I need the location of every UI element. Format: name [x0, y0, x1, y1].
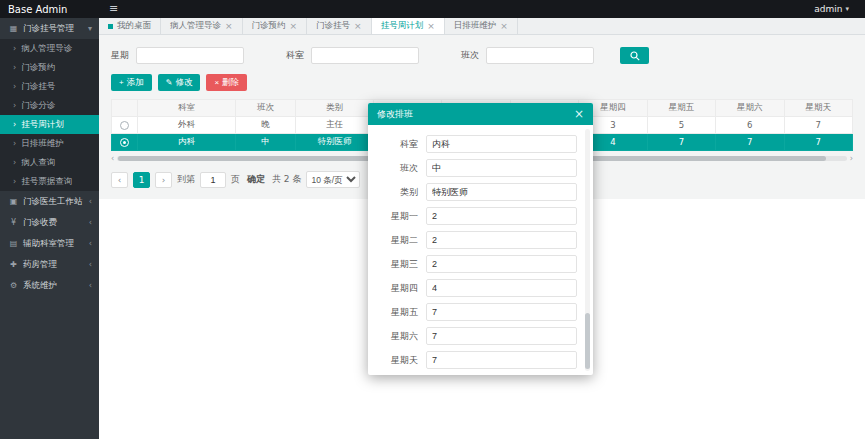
modal-scrollbar[interactable]: [585, 129, 590, 371]
user-name: admin: [814, 4, 842, 14]
dept-input[interactable]: [426, 135, 577, 153]
sidebar-item-weekly-plan[interactable]: › 挂号周计划: [0, 115, 99, 134]
close-icon[interactable]: ×: [500, 21, 508, 31]
radio-cell: [112, 134, 138, 151]
delete-button[interactable]: × 删除: [206, 74, 247, 91]
row-radio[interactable]: [120, 121, 129, 130]
scroll-right-icon[interactable]: ›: [850, 154, 853, 163]
chevron-right-icon: ›: [13, 139, 16, 148]
goto-page-input[interactable]: [200, 172, 226, 188]
doctor-workstation-icon: ▣: [8, 197, 19, 206]
search-icon: [630, 51, 640, 61]
form-row: 班次: [376, 156, 577, 180]
page-number-button[interactable]: 1: [133, 172, 150, 188]
sidebar-group-pharmacy[interactable]: ✚ 药房管理 ‹: [0, 254, 99, 275]
tab-weekly-plan[interactable]: 挂号周计划 ×: [372, 18, 445, 34]
shift-filter-input[interactable]: [486, 47, 594, 64]
sidebar-item-patient-guidance[interactable]: › 病人管理导诊: [0, 39, 99, 58]
table-cell: 7: [784, 134, 852, 151]
sidebar-group-system-maintenance[interactable]: ⚙ 系统维护 ‹: [0, 275, 99, 296]
week-filter-input[interactable]: [136, 47, 244, 64]
sidebar-item-ticket-query[interactable]: › 挂号票据查询: [0, 172, 99, 191]
tuesday-input[interactable]: [426, 231, 577, 249]
sidebar-item-label: 门诊预约: [21, 62, 55, 74]
sidebar-group-label: 门诊挂号管理: [23, 23, 74, 35]
close-icon[interactable]: ×: [574, 108, 584, 120]
tab-patient-guidance[interactable]: 病人管理导诊 ×: [161, 18, 243, 34]
week-filter: 星期: [111, 47, 244, 64]
modal-header[interactable]: 修改排班 ×: [368, 103, 593, 125]
prev-page-button[interactable]: ‹: [111, 172, 128, 188]
column-header: 科室: [138, 100, 236, 117]
table-cell: 晚: [236, 117, 296, 134]
sidebar-item-daily-schedule[interactable]: › 日排班维护: [0, 134, 99, 153]
user-menu[interactable]: admin ▾: [814, 4, 865, 14]
chevron-right-icon: ›: [13, 44, 16, 53]
monday-input[interactable]: [426, 207, 577, 225]
category-input[interactable]: [426, 183, 577, 201]
sidebar-item-appointment[interactable]: › 门诊预约: [0, 58, 99, 77]
chevron-left-icon: ‹: [89, 239, 92, 248]
page-size-select[interactable]: 10 条/页: [306, 171, 360, 188]
goto-confirm-button[interactable]: 确定: [245, 173, 267, 186]
tab-label: 门诊预约: [252, 20, 286, 32]
monday-label: 星期一: [376, 210, 418, 223]
fee-icon: ¥: [8, 218, 19, 227]
saturday-input[interactable]: [426, 327, 577, 345]
sidebar-group-label: 辅助科室管理: [23, 238, 74, 250]
sidebar-toggle-icon[interactable]: ≡: [99, 0, 128, 18]
sidebar-item-label: 门诊挂号: [21, 81, 55, 93]
form-row: 星期一: [376, 204, 577, 228]
modal-body: 科室 班次 类别 星期一 星期二 星期三 星期四 星期五: [368, 125, 593, 375]
sunday-input[interactable]: [426, 351, 577, 369]
search-button[interactable]: [620, 47, 649, 64]
plus-icon: +: [119, 78, 124, 87]
sunday-label: 星期天: [376, 354, 418, 367]
shift-label: 班次: [376, 162, 418, 175]
sidebar-item-label: 病人查询: [21, 157, 55, 169]
tab-desktop[interactable]: 我的桌面: [99, 18, 161, 34]
wednesday-input[interactable]: [426, 255, 577, 273]
tab-label: 挂号周计划: [381, 20, 424, 32]
sidebar-group-outpatient-fee[interactable]: ¥ 门诊收费 ‹: [0, 212, 99, 233]
goto-prefix-label: 到第: [177, 173, 195, 186]
close-icon[interactable]: ×: [290, 21, 298, 31]
sidebar-group-doctor-workstation[interactable]: ▣ 门诊医生工作站 ‹: [0, 191, 99, 212]
close-icon[interactable]: ×: [354, 21, 362, 31]
close-icon[interactable]: ×: [427, 21, 435, 31]
chevron-right-icon: ›: [13, 158, 16, 167]
table-cell: 内科: [138, 134, 236, 151]
modal-scrollbar-thumb[interactable]: [585, 313, 590, 369]
friday-input[interactable]: [426, 303, 577, 321]
tab-registration[interactable]: 门诊挂号 ×: [307, 18, 372, 34]
chevron-right-icon: ›: [13, 63, 16, 72]
dept-label: 科室: [376, 138, 418, 151]
scroll-left-icon[interactable]: ‹: [111, 154, 114, 163]
form-row: 星期五: [376, 300, 577, 324]
sidebar-group-label: 药房管理: [23, 259, 57, 271]
edit-button[interactable]: ✎ 修改: [158, 74, 201, 91]
column-header: 班次: [236, 100, 296, 117]
edit-schedule-modal: 修改排班 × 科室 班次 类别 星期一 星期二 星期三 星期四: [368, 103, 593, 375]
sidebar-group-outpatient-registration[interactable]: ▦ 门诊挂号管理 ▾: [0, 18, 99, 39]
pharmacy-icon: ✚: [8, 260, 19, 269]
table-cell: 6: [716, 117, 784, 134]
caret-down-icon: ▾: [845, 5, 849, 13]
sidebar-submenu: › 病人管理导诊 › 门诊预约 › 门诊挂号 › 门诊分诊 › 挂号周计划 › …: [0, 39, 99, 191]
tab-label: 门诊挂号: [316, 20, 350, 32]
sidebar-item-patient-query[interactable]: › 病人查询: [0, 153, 99, 172]
sidebar-item-registration[interactable]: › 门诊挂号: [0, 77, 99, 96]
shift-input[interactable]: [426, 159, 577, 177]
row-radio-checked[interactable]: [120, 138, 129, 147]
thursday-input[interactable]: [426, 279, 577, 297]
tab-daily-schedule[interactable]: 日排班维护 ×: [445, 18, 518, 34]
tab-appointment[interactable]: 门诊预约 ×: [243, 18, 308, 34]
chevron-right-icon: ›: [13, 101, 16, 110]
dept-filter-input[interactable]: [311, 47, 419, 64]
add-button[interactable]: + 添加: [111, 74, 152, 91]
dept-filter-label: 科室: [286, 49, 304, 62]
close-icon[interactable]: ×: [225, 21, 233, 31]
sidebar-item-triage[interactable]: › 门诊分诊: [0, 96, 99, 115]
sidebar-group-auxiliary-dept[interactable]: ▤ 辅助科室管理 ‹: [0, 233, 99, 254]
next-page-button[interactable]: ›: [155, 172, 172, 188]
